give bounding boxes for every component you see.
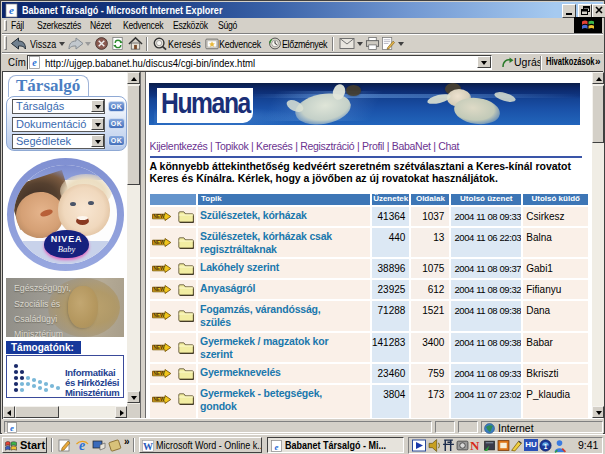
svg-text:W: W xyxy=(143,441,153,452)
svg-text:1: 1 xyxy=(544,443,548,450)
svg-text:e: e xyxy=(275,442,279,452)
svg-text:e: e xyxy=(10,423,14,433)
svg-text:e: e xyxy=(9,4,14,16)
svg-text:e: e xyxy=(32,57,37,68)
svg-text:e: e xyxy=(79,438,85,452)
